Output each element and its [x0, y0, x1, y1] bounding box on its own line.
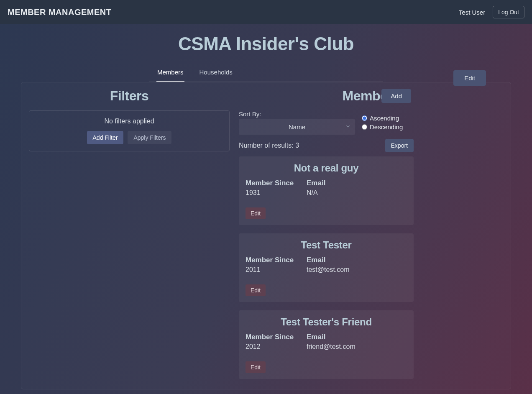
content-panel: Filters No filters applied Add Filter Ap…	[21, 82, 511, 389]
main: CSMA Insider's Club Edit Members Househo…	[0, 33, 532, 389]
sort-ascending-option[interactable]: Ascending	[362, 115, 403, 122]
club-title: CSMA Insider's Club	[2, 33, 530, 54]
filters-title: Filters	[29, 88, 230, 104]
topbar-right: Test User Log Out	[459, 6, 524, 18]
filters-column: Filters No filters applied Add Filter Ap…	[29, 88, 230, 379]
member-since-label: Member Since	[246, 256, 300, 264]
results-count-text: Number of results: 3	[239, 142, 299, 149]
member-since-value: 1931	[246, 189, 300, 197]
member-fields: Member Since 1931 Email N/A	[246, 179, 407, 197]
member-since-value: 2012	[246, 343, 300, 351]
sort-ascending-radio[interactable]	[362, 115, 367, 121]
sort-by-label: Sort By:	[239, 110, 355, 118]
member-name: Test Tester	[246, 239, 407, 251]
filter-buttons: Add Filter Apply Filters	[34, 131, 224, 144]
logout-button[interactable]: Log Out	[493, 6, 524, 18]
member-card: Test Tester's Friend Member Since 2012 E…	[239, 310, 414, 379]
sort-row: Sort By: Name Ascending	[239, 110, 503, 135]
add-filter-button[interactable]: Add Filter	[87, 131, 124, 144]
member-email-value: test@test.com	[307, 266, 350, 274]
sort-select[interactable]: Name	[239, 119, 355, 135]
members-header: Members Add	[239, 88, 503, 104]
member-name: Not a real guy	[246, 162, 407, 174]
tab-households[interactable]: Households	[199, 64, 233, 82]
sort-by-group: Sort By: Name	[239, 110, 355, 135]
member-email-field: Email test@test.com	[307, 256, 350, 274]
sort-direction-group: Ascending Descending	[362, 115, 403, 130]
tabs: Members Households	[149, 64, 383, 82]
edit-member-button[interactable]: Edit	[246, 207, 266, 219]
member-email-label: Email	[307, 333, 356, 341]
add-member-button[interactable]: Add	[381, 89, 411, 103]
current-user: Test User	[459, 9, 485, 16]
member-email-label: Email	[307, 256, 350, 264]
member-email-value: N/A	[307, 189, 325, 197]
sort-descending-radio[interactable]	[362, 124, 367, 130]
app-title: MEMBER MANAGEMENT	[8, 8, 112, 17]
no-filters-text: No filters applied	[34, 118, 224, 125]
members-column: Members Add Sort By: Name Asc	[239, 88, 503, 379]
member-name: Test Tester's Friend	[246, 316, 407, 328]
sort-descending-label: Descending	[370, 123, 403, 130]
apply-filters-button[interactable]: Apply Filters	[128, 131, 171, 144]
member-email-label: Email	[307, 179, 325, 187]
results-row: Number of results: 3 Export	[239, 139, 414, 152]
filters-box: No filters applied Add Filter Apply Filt…	[29, 110, 230, 151]
sort-descending-option[interactable]: Descending	[362, 123, 403, 130]
member-since-value: 2011	[246, 266, 300, 274]
member-cards: Not a real guy Member Since 1931 Email N…	[239, 156, 414, 379]
edit-club-button[interactable]: Edit	[453, 70, 486, 86]
member-since-field: Member Since 2011	[246, 256, 300, 274]
member-fields: Member Since 2012 Email friend@test.com	[246, 333, 407, 351]
member-since-field: Member Since 2012	[246, 333, 300, 351]
edit-member-button[interactable]: Edit	[246, 361, 266, 373]
export-button[interactable]: Export	[385, 139, 414, 152]
tab-members[interactable]: Members	[156, 64, 184, 82]
member-email-field: Email N/A	[307, 179, 325, 197]
topbar: MEMBER MANAGEMENT Test User Log Out	[0, 0, 532, 24]
sort-select-wrap: Name	[239, 119, 355, 135]
member-fields: Member Since 2011 Email test@test.com	[246, 256, 407, 274]
member-card: Not a real guy Member Since 1931 Email N…	[239, 156, 414, 225]
edit-member-button[interactable]: Edit	[246, 284, 266, 296]
member-since-label: Member Since	[246, 333, 300, 341]
member-card: Test Tester Member Since 2011 Email test…	[239, 233, 414, 302]
club-header-row: CSMA Insider's Club Edit	[2, 33, 530, 54]
member-since-label: Member Since	[246, 179, 300, 187]
member-email-value: friend@test.com	[307, 343, 356, 351]
member-since-field: Member Since 1931	[246, 179, 300, 197]
member-email-field: Email friend@test.com	[307, 333, 356, 351]
sort-ascending-label: Ascending	[370, 115, 399, 122]
